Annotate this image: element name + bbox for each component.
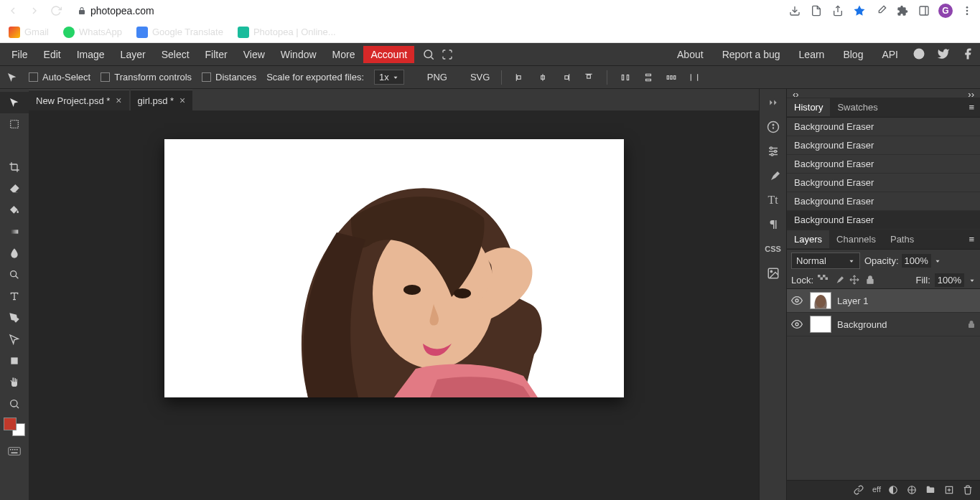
- collapse-icon[interactable]: [761, 92, 785, 113]
- history-item[interactable]: Background Eraser: [787, 174, 980, 192]
- link-about[interactable]: About: [673, 46, 708, 63]
- blend-mode-select[interactable]: Normal: [791, 253, 860, 269]
- eraser-tool[interactable]: [0, 178, 29, 199]
- menu-file[interactable]: File: [4, 46, 35, 63]
- keyboard-icon[interactable]: [0, 440, 29, 462]
- menu-image[interactable]: Image: [70, 46, 112, 63]
- distribute-spacing-icon[interactable]: [665, 71, 678, 84]
- extensions-icon[interactable]: [895, 4, 910, 18]
- bookmark-photopea[interactable]: Photopea | Online...: [238, 27, 336, 38]
- link-api[interactable]: API: [877, 46, 902, 63]
- folder-icon[interactable]: [925, 485, 937, 496]
- type-tool[interactable]: [0, 286, 29, 307]
- link-learn[interactable]: Learn: [795, 46, 829, 63]
- tab-swatches[interactable]: Swatches: [830, 98, 885, 116]
- history-item[interactable]: Background Eraser: [787, 155, 980, 174]
- visibility-toggle-icon[interactable]: [791, 319, 804, 330]
- back-button[interactable]: [6, 4, 20, 18]
- layer-thumbnail[interactable]: [810, 316, 831, 333]
- profile-avatar[interactable]: G: [938, 4, 953, 18]
- gradient-tool[interactable]: [0, 221, 29, 242]
- download-icon[interactable]: [788, 4, 802, 18]
- css-panel-icon[interactable]: CSS: [761, 238, 785, 260]
- menu-select[interactable]: Select: [154, 46, 197, 63]
- pen-tool[interactable]: [0, 307, 29, 329]
- bookmark-translate[interactable]: Google Translate: [136, 27, 223, 38]
- tab-paths[interactable]: Paths: [883, 230, 921, 248]
- auto-select-checkbox[interactable]: Auto-Select: [29, 72, 90, 82]
- move-tool[interactable]: [0, 92, 29, 113]
- kebab-menu-icon[interactable]: [960, 4, 974, 18]
- menu-more[interactable]: More: [325, 46, 363, 63]
- export-svg-button[interactable]: SVG: [457, 72, 490, 82]
- history-item[interactable]: Background Eraser: [787, 136, 980, 155]
- align-center-h-icon[interactable]: [536, 71, 549, 84]
- effects-button[interactable]: eff: [872, 485, 881, 496]
- tab-channels[interactable]: Channels: [829, 230, 883, 248]
- dropdown-icon[interactable]: [934, 258, 941, 265]
- reddit-icon[interactable]: [913, 47, 927, 62]
- distribute-spacing2-icon[interactable]: [688, 71, 701, 84]
- address-bar[interactable]: photopea.com: [78, 5, 154, 16]
- delete-layer-icon[interactable]: [963, 485, 974, 496]
- history-item[interactable]: Background Eraser: [787, 211, 980, 230]
- dodge-tool[interactable]: [0, 264, 29, 286]
- forward-button[interactable]: [27, 4, 42, 18]
- close-icon[interactable]: ×: [116, 95, 121, 106]
- info-panel-icon[interactable]: [761, 116, 785, 138]
- paragraph-panel-icon[interactable]: [761, 214, 785, 235]
- link-layers-icon[interactable]: [854, 485, 865, 496]
- panel-menu-icon[interactable]: ≡: [963, 231, 980, 247]
- character-panel-icon[interactable]: Tt: [761, 189, 785, 211]
- image-panel-icon[interactable]: [761, 263, 785, 284]
- fullscreen-icon[interactable]: [439, 46, 456, 63]
- lock-move-icon[interactable]: [849, 275, 861, 286]
- layer-row[interactable]: Background: [787, 313, 980, 336]
- collapse-right-icon[interactable]: ››: [968, 89, 974, 98]
- hand-tool[interactable]: [0, 372, 29, 393]
- close-icon[interactable]: ×: [179, 95, 185, 106]
- tab-layers[interactable]: Layers: [787, 230, 829, 248]
- new-layer-icon[interactable]: [944, 485, 956, 496]
- facebook-icon[interactable]: [961, 47, 976, 62]
- menu-filter[interactable]: Filter: [198, 46, 235, 63]
- distances-checkbox[interactable]: Distances: [202, 72, 256, 82]
- lock-brush-icon[interactable]: [834, 275, 845, 286]
- canvas[interactable]: [164, 139, 624, 397]
- transform-controls-checkbox[interactable]: Transform controls: [101, 72, 192, 82]
- history-item[interactable]: Background Eraser: [787, 118, 980, 136]
- crop-tool[interactable]: [0, 156, 29, 178]
- menu-view[interactable]: View: [236, 46, 272, 63]
- lock-pixels-icon[interactable]: [818, 275, 829, 286]
- marquee-tool[interactable]: [0, 113, 29, 135]
- link-report-bug[interactable]: Report a bug: [718, 46, 785, 63]
- menu-layer[interactable]: Layer: [113, 46, 153, 63]
- reload-button[interactable]: [49, 4, 63, 18]
- panel-menu-icon[interactable]: ≡: [963, 99, 980, 115]
- color-swatches[interactable]: [4, 418, 25, 436]
- bookmark-star-icon[interactable]: [852, 4, 867, 18]
- mask-icon[interactable]: [888, 485, 900, 496]
- tab-history[interactable]: History: [787, 98, 830, 116]
- layer-thumbnail[interactable]: [810, 292, 831, 309]
- brush-panel-icon[interactable]: [761, 165, 785, 187]
- foreground-color[interactable]: [4, 418, 17, 430]
- share-icon[interactable]: [831, 4, 845, 18]
- zoom-tool[interactable]: [0, 393, 29, 415]
- doc-tab-new-project[interactable]: New Project.psd *×: [29, 90, 129, 110]
- align-left-icon[interactable]: [513, 71, 526, 84]
- menu-edit[interactable]: Edit: [37, 46, 68, 63]
- twitter-icon[interactable]: [937, 47, 951, 62]
- link-blog[interactable]: Blog: [839, 46, 867, 63]
- wand-tool[interactable]: [0, 135, 29, 156]
- visibility-toggle-icon[interactable]: [791, 295, 804, 306]
- search-icon[interactable]: [420, 46, 437, 63]
- fill-value[interactable]: 100%: [935, 273, 964, 287]
- eyedropper-icon[interactable]: [874, 4, 888, 18]
- export-png-button[interactable]: PNG: [414, 72, 447, 82]
- opacity-value[interactable]: 100%: [902, 254, 931, 268]
- shape-tool[interactable]: [0, 350, 29, 372]
- adjustment-layer-icon[interactable]: [907, 485, 918, 496]
- menu-account[interactable]: Account: [363, 46, 414, 63]
- bookmark-gmail[interactable]: Gmail: [9, 27, 49, 38]
